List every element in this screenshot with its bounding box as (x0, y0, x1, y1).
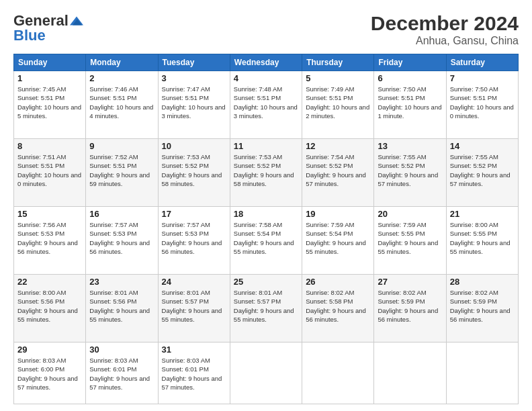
calendar-week-row: 29Sunrise: 8:03 AMSunset: 6:00 PMDayligh… (14, 342, 519, 404)
logo: General Blue (13, 12, 83, 44)
col-header-thursday: Thursday (302, 54, 374, 71)
day-detail: Sunrise: 7:47 AMSunset: 5:51 PMDaylight:… (162, 85, 226, 120)
calendar-cell: 30Sunrise: 8:03 AMSunset: 6:01 PMDayligh… (86, 342, 158, 404)
calendar-cell: 22Sunrise: 8:00 AMSunset: 5:56 PMDayligh… (14, 275, 86, 342)
day-detail: Sunrise: 7:56 AMSunset: 5:53 PMDaylight:… (17, 220, 82, 256)
calendar-cell: 7Sunrise: 7:50 AMSunset: 5:51 PMDaylight… (446, 71, 518, 139)
day-number: 5 (306, 73, 370, 83)
calendar-cell: 19Sunrise: 7:59 AMSunset: 5:54 PMDayligh… (302, 207, 374, 275)
calendar-cell: 17Sunrise: 7:57 AMSunset: 5:53 PMDayligh… (158, 207, 230, 275)
day-number: 27 (378, 277, 442, 287)
page: General Blue December 2024 Anhua, Gansu,… (0, 0, 532, 411)
day-detail: Sunrise: 7:51 AMSunset: 5:51 PMDaylight:… (17, 152, 82, 188)
day-number: 17 (162, 209, 226, 219)
day-number: 10 (162, 141, 226, 151)
calendar-cell: 21Sunrise: 8:00 AMSunset: 5:55 PMDayligh… (446, 207, 518, 275)
day-detail: Sunrise: 8:02 AMSunset: 5:59 PMDaylight:… (378, 288, 442, 324)
day-number: 6 (378, 73, 442, 83)
day-number: 22 (17, 277, 82, 287)
day-number: 8 (17, 141, 82, 151)
day-number: 4 (234, 73, 298, 83)
day-number: 11 (234, 141, 298, 151)
day-number: 25 (234, 277, 298, 287)
calendar-cell: 12Sunrise: 7:54 AMSunset: 5:52 PMDayligh… (302, 139, 374, 207)
calendar-table: SundayMondayTuesdayWednesdayThursdayFrid… (13, 54, 519, 404)
calendar-title: December 2024 (371, 12, 519, 35)
calendar-cell (302, 342, 374, 404)
calendar-cell: 31Sunrise: 8:03 AMSunset: 6:01 PMDayligh… (158, 342, 230, 404)
day-detail: Sunrise: 8:00 AMSunset: 5:55 PMDaylight:… (450, 220, 515, 256)
day-detail: Sunrise: 7:49 AMSunset: 5:51 PMDaylight:… (306, 85, 370, 120)
day-detail: Sunrise: 7:57 AMSunset: 5:53 PMDaylight:… (89, 220, 154, 256)
calendar-cell: 5Sunrise: 7:49 AMSunset: 5:51 PMDaylight… (302, 71, 374, 139)
logo-icon (70, 14, 83, 28)
calendar-cell: 13Sunrise: 7:55 AMSunset: 5:52 PMDayligh… (374, 139, 446, 207)
calendar-cell: 15Sunrise: 7:56 AMSunset: 5:53 PMDayligh… (14, 207, 86, 275)
day-number: 14 (450, 141, 515, 151)
day-detail: Sunrise: 8:02 AMSunset: 5:58 PMDaylight:… (306, 288, 370, 324)
day-number: 18 (234, 209, 298, 219)
title-block: December 2024 Anhua, Gansu, China (371, 12, 519, 47)
calendar-cell: 23Sunrise: 8:01 AMSunset: 5:56 PMDayligh… (86, 275, 158, 342)
day-detail: Sunrise: 7:46 AMSunset: 5:51 PMDaylight:… (89, 85, 154, 120)
day-number: 19 (306, 209, 370, 219)
day-detail: Sunrise: 7:53 AMSunset: 5:52 PMDaylight:… (162, 152, 226, 188)
col-header-sunday: Sunday (14, 54, 86, 71)
calendar-cell: 9Sunrise: 7:52 AMSunset: 5:51 PMDaylight… (86, 139, 158, 207)
day-number: 1 (17, 73, 82, 83)
col-header-tuesday: Tuesday (158, 54, 230, 71)
day-number: 13 (378, 141, 442, 151)
calendar-cell: 14Sunrise: 7:55 AMSunset: 5:52 PMDayligh… (446, 139, 518, 207)
calendar-subtitle: Anhua, Gansu, China (371, 35, 519, 47)
day-detail: Sunrise: 7:55 AMSunset: 5:52 PMDaylight:… (450, 152, 515, 188)
day-number: 29 (17, 345, 82, 355)
day-detail: Sunrise: 7:50 AMSunset: 5:51 PMDaylight:… (450, 85, 515, 120)
day-detail: Sunrise: 7:57 AMSunset: 5:53 PMDaylight:… (162, 220, 226, 256)
calendar-cell: 26Sunrise: 8:02 AMSunset: 5:58 PMDayligh… (302, 275, 374, 342)
calendar-week-row: 22Sunrise: 8:00 AMSunset: 5:56 PMDayligh… (14, 275, 519, 342)
day-number: 20 (378, 209, 442, 219)
day-number: 21 (450, 209, 515, 219)
calendar-cell: 20Sunrise: 7:59 AMSunset: 5:55 PMDayligh… (374, 207, 446, 275)
calendar-cell: 10Sunrise: 7:53 AMSunset: 5:52 PMDayligh… (158, 139, 230, 207)
day-detail: Sunrise: 8:01 AMSunset: 5:57 PMDaylight:… (234, 288, 298, 324)
day-detail: Sunrise: 8:01 AMSunset: 5:57 PMDaylight:… (162, 288, 226, 324)
day-detail: Sunrise: 7:54 AMSunset: 5:52 PMDaylight:… (306, 152, 370, 188)
col-header-wednesday: Wednesday (230, 54, 302, 71)
day-detail: Sunrise: 7:48 AMSunset: 5:51 PMDaylight:… (234, 85, 298, 120)
calendar-cell: 4Sunrise: 7:48 AMSunset: 5:51 PMDaylight… (230, 71, 302, 139)
calendar-cell: 28Sunrise: 8:02 AMSunset: 5:59 PMDayligh… (446, 275, 518, 342)
calendar-cell (446, 342, 518, 404)
day-detail: Sunrise: 8:03 AMSunset: 6:00 PMDaylight:… (17, 356, 82, 392)
day-number: 3 (162, 73, 226, 83)
day-number: 23 (89, 277, 154, 287)
day-detail: Sunrise: 7:53 AMSunset: 5:52 PMDaylight:… (234, 152, 298, 188)
day-number: 2 (89, 73, 154, 83)
calendar-cell: 27Sunrise: 8:02 AMSunset: 5:59 PMDayligh… (374, 275, 446, 342)
calendar-cell (230, 342, 302, 404)
day-detail: Sunrise: 7:59 AMSunset: 5:54 PMDaylight:… (306, 220, 370, 256)
day-number: 26 (306, 277, 370, 287)
day-number: 28 (450, 277, 515, 287)
day-detail: Sunrise: 8:00 AMSunset: 5:56 PMDaylight:… (17, 288, 82, 324)
calendar-header-row: SundayMondayTuesdayWednesdayThursdayFrid… (14, 54, 519, 71)
calendar-cell (374, 342, 446, 404)
day-detail: Sunrise: 7:50 AMSunset: 5:51 PMDaylight:… (378, 85, 442, 120)
day-number: 7 (450, 73, 515, 83)
day-detail: Sunrise: 7:55 AMSunset: 5:52 PMDaylight:… (378, 152, 442, 188)
day-detail: Sunrise: 8:03 AMSunset: 6:01 PMDaylight:… (89, 356, 154, 392)
calendar-week-row: 1Sunrise: 7:45 AMSunset: 5:51 PMDaylight… (14, 71, 519, 139)
day-number: 24 (162, 277, 226, 287)
calendar-cell: 29Sunrise: 8:03 AMSunset: 6:00 PMDayligh… (14, 342, 86, 404)
day-detail: Sunrise: 7:45 AMSunset: 5:51 PMDaylight:… (17, 85, 82, 120)
day-number: 12 (306, 141, 370, 151)
calendar-week-row: 8Sunrise: 7:51 AMSunset: 5:51 PMDaylight… (14, 139, 519, 207)
calendar-cell: 25Sunrise: 8:01 AMSunset: 5:57 PMDayligh… (230, 275, 302, 342)
calendar-cell: 3Sunrise: 7:47 AMSunset: 5:51 PMDaylight… (158, 71, 230, 139)
day-detail: Sunrise: 8:02 AMSunset: 5:59 PMDaylight:… (450, 288, 515, 324)
calendar-cell: 24Sunrise: 8:01 AMSunset: 5:57 PMDayligh… (158, 275, 230, 342)
calendar-cell: 1Sunrise: 7:45 AMSunset: 5:51 PMDaylight… (14, 71, 86, 139)
day-detail: Sunrise: 7:52 AMSunset: 5:51 PMDaylight:… (89, 152, 154, 188)
calendar-cell: 11Sunrise: 7:53 AMSunset: 5:52 PMDayligh… (230, 139, 302, 207)
day-number: 30 (89, 345, 154, 355)
